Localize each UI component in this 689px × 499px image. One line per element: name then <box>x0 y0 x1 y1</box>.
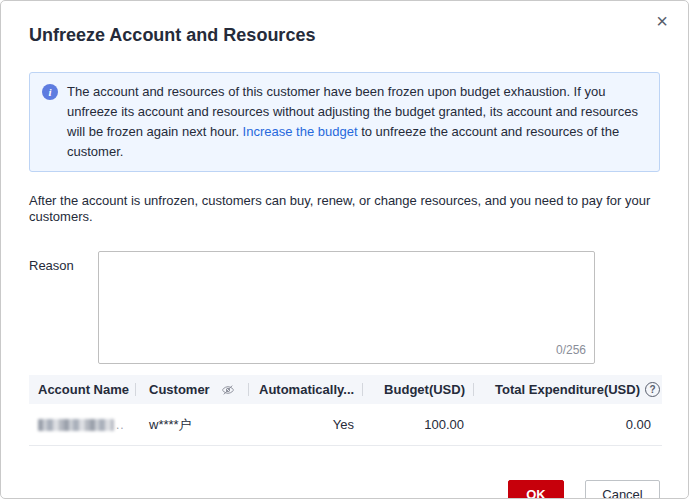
column-header-budget-label: Budget(USD) <box>384 382 465 397</box>
accounts-table: Account Name Customer Automatically... B… <box>29 375 662 446</box>
column-header-total-expenditure-label: Total Expenditure(USD) <box>495 382 640 397</box>
close-icon[interactable]: × <box>650 9 674 33</box>
alert-text: The account and resources of this custom… <box>67 82 645 162</box>
table-header-row: Account Name Customer Automatically... B… <box>29 375 662 404</box>
help-icon[interactable]: ? <box>645 382 660 397</box>
increase-budget-link[interactable]: Increase the budget <box>243 124 358 139</box>
column-header-budget: Budget(USD) <box>363 375 474 404</box>
dialog-title: Unfreeze Account and Resources <box>29 25 660 45</box>
reason-textarea[interactable] <box>98 251 595 364</box>
table-row: .. w****户 Yes 100.00 0.00 <box>29 404 662 446</box>
column-header-automatically: Automatically... <box>249 375 363 404</box>
info-alert: i The account and resources of this cust… <box>29 72 660 172</box>
column-header-account-name: Account Name <box>29 375 136 404</box>
reason-field-row: Reason 0/256 <box>29 251 660 364</box>
cell-customer: w****户 <box>136 404 249 446</box>
reason-label: Reason <box>29 251 98 364</box>
eye-slash-icon[interactable] <box>221 383 235 397</box>
account-name-ellipsis: .. <box>116 418 125 432</box>
reason-textarea-wrap: 0/256 <box>98 251 595 364</box>
column-header-customer-label: Customer <box>149 382 210 397</box>
cell-total-expenditure: 0.00 <box>474 404 662 446</box>
cell-automatically: Yes <box>249 404 363 446</box>
column-header-account-name-label: Account Name <box>38 382 129 397</box>
info-icon: i <box>42 84 58 100</box>
unfreeze-description: After the account is unfrozen, customers… <box>29 193 660 225</box>
cancel-button[interactable]: Cancel <box>585 480 660 499</box>
ok-button[interactable]: OK <box>508 480 564 499</box>
column-header-customer: Customer <box>136 375 249 404</box>
account-name-redacted-blur <box>38 419 114 431</box>
column-header-total-expenditure: Total Expenditure(USD) ? <box>474 375 662 404</box>
cell-account-name: .. <box>29 404 136 446</box>
column-header-automatically-label: Automatically... <box>259 382 354 397</box>
unfreeze-dialog: × Unfreeze Account and Resources i The a… <box>0 0 689 499</box>
cell-budget: 100.00 <box>363 404 474 446</box>
dialog-footer: OK Cancel <box>29 480 660 499</box>
